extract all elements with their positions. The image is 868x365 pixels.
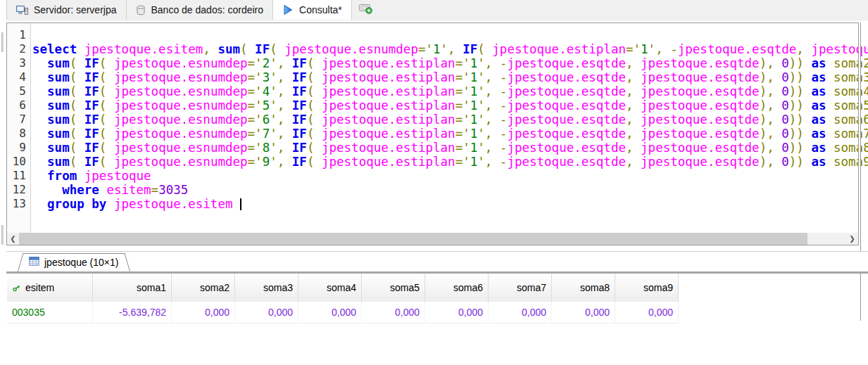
code-line[interactable]: sum( IF( jpestoque.esnumdep='3', IF( jpe… [32, 70, 858, 84]
gutter: 12345678910111213 [7, 23, 31, 233]
code-line[interactable]: where esitem=3035 [32, 183, 858, 197]
new-query-tab-button[interactable] [352, 0, 379, 20]
scroll-right-button[interactable]: ❯ [846, 233, 858, 245]
code-line[interactable]: select jpestoque.esitem, sum( IF( jpesto… [32, 42, 858, 56]
sql-token: ), [760, 84, 782, 98]
column-header-esitem[interactable]: esitem [7, 274, 93, 302]
sql-token: jpestoque.esqtde [507, 84, 626, 98]
code-line[interactable]: sum( IF( jpestoque.esnumdep='6', IF( jpe… [32, 113, 858, 127]
column-header-soma5[interactable]: soma5 [362, 274, 425, 302]
sql-token: jpestoque.esqtde [641, 127, 760, 141]
splitter-grip[interactable] [1, 32, 4, 52]
sql-token: jpestoque.esnumdep [114, 84, 248, 98]
sql-token: IF [292, 70, 307, 84]
code-line[interactable]: sum( IF( jpestoque.esnumdep='5', IF( jpe… [32, 98, 858, 113]
sql-token: ( [307, 98, 322, 113]
code-line[interactable]: sum( IF( jpestoque.esnumdep='9', IF( jpe… [32, 155, 858, 169]
code-line[interactable]: sum( IF( jpestoque.esnumdep='8', IF( jpe… [860, 141, 868, 155]
cell-soma3[interactable]: 0,000 [235, 302, 298, 323]
sql-token: ', - [477, 113, 507, 127]
line-number: 12 [7, 183, 26, 197]
cell-esitem[interactable]: 003035 [7, 302, 93, 323]
code-line[interactable]: group by jpestoque.esitem [860, 197, 868, 211]
column-header-soma4[interactable]: soma4 [298, 274, 362, 302]
column-header-soma7[interactable]: soma7 [489, 274, 552, 302]
code-line[interactable]: sum( IF( jpestoque.esnumdep='8', IF( jpe… [32, 141, 858, 155]
editor-hscrollbar[interactable]: ❮ ❯ [7, 233, 858, 245]
cell-soma1[interactable]: -5.639,782 [93, 302, 172, 323]
code-line[interactable]: sum( IF( jpestoque.esnumdep='3', IF( jpe… [860, 70, 868, 84]
code-area[interactable]: select jpestoque.esitem, sum( IF( jpesto… [31, 23, 858, 233]
grid-row[interactable]: 003035-5.639,7820,0000,0000,0000,0000,00… [7, 302, 679, 324]
code-line[interactable] [860, 28, 868, 42]
scrollbar-thumb[interactable] [19, 233, 807, 245]
sql-token: IF [84, 127, 99, 141]
sql-token: ( [307, 141, 322, 155]
sql-token: jpestoque.esqtde [641, 56, 760, 70]
column-header-soma9[interactable]: soma9 [615, 274, 679, 302]
code-line[interactable]: sum( IF( jpestoque.esnumdep='2', IF( jpe… [32, 56, 858, 70]
code-line[interactable]: sum( IF( jpestoque.esnumdep='5', IF( jpe… [860, 98, 868, 113]
code-line[interactable]: sum( IF( jpestoque.esnumdep='2', IF( jpe… [860, 56, 868, 70]
sql-token: ( [307, 84, 322, 98]
tab-server[interactable]: Servidor: serverjpa [6, 0, 127, 20]
sql-token: = [151, 183, 159, 197]
sql-token: jpestoque.estiplan [322, 70, 455, 84]
sql-token: soma5 [860, 98, 868, 113]
sql-token: 0 [781, 70, 789, 84]
cell-soma6[interactable]: 0,000 [425, 302, 489, 323]
splitter-grip[interactable] [1, 225, 4, 245]
code-line[interactable]: sum( IF( jpestoque.esnumdep='7', IF( jpe… [860, 127, 868, 141]
code-line[interactable]: from jpestoque [860, 169, 868, 183]
tab-label: Consulta* [299, 4, 342, 15]
code-line[interactable]: group by jpestoque.esitem [32, 197, 858, 211]
tab-database[interactable]: Banco de dados: cordeiro [127, 0, 274, 20]
code-line[interactable]: sum( IF( jpestoque.esnumdep='4', IF( jpe… [32, 84, 858, 98]
sql-token: 4 [263, 84, 270, 98]
scrollbar-track[interactable] [807, 233, 846, 245]
sql-token: soma6 [834, 113, 858, 127]
sql-token: , [626, 56, 641, 70]
cell-soma4[interactable]: 0,000 [298, 302, 362, 323]
code-line[interactable]: sum( IF( jpestoque.esnumdep='9', IF( jpe… [860, 155, 868, 169]
sql-token: esitem [106, 183, 151, 197]
code-line[interactable]: from jpestoque [32, 169, 858, 183]
scroll-left-button[interactable]: ❮ [7, 233, 19, 245]
sql-token: , [626, 98, 641, 113]
sql-token: IF [84, 98, 99, 113]
cell-soma5[interactable]: 0,000 [362, 302, 425, 323]
cell-soma7[interactable]: 0,000 [489, 302, 552, 323]
column-header-soma2[interactable]: soma2 [172, 274, 235, 302]
cell-soma2[interactable]: 0,000 [172, 302, 235, 323]
code-line[interactable]: sum( IF( jpestoque.esnumdep='6', IF( jpe… [860, 113, 868, 127]
code-line[interactable]: where esitem=3035 [860, 183, 868, 197]
column-header-soma8[interactable]: soma8 [552, 274, 615, 302]
sql-token: 1 [470, 113, 478, 127]
code-line[interactable]: sum( IF( jpestoque.esnumdep='4', IF( jpe… [860, 84, 868, 98]
code-line[interactable]: sum( IF( jpestoque.esnumdep='7', IF( jpe… [32, 127, 858, 141]
sql-token: , [626, 70, 641, 84]
column-header-soma1[interactable]: soma1 [93, 274, 172, 302]
sql-token: jpestoque.estiplan [322, 127, 455, 141]
sql-token: jpestoque.esnumdep [114, 155, 248, 169]
sql-token: ( [70, 56, 84, 70]
sql-token: ), [760, 98, 782, 113]
column-header-soma3[interactable]: soma3 [235, 274, 298, 302]
sql-token: 1 [470, 84, 478, 98]
cell-soma9[interactable]: 0,000 [615, 302, 679, 323]
code-line[interactable]: select jpestoque.esitem, sum( IF( jpesto… [860, 42, 868, 56]
cell-soma8[interactable]: 0,000 [552, 302, 615, 323]
sql-token: jpestoque.esqtde [507, 155, 626, 169]
sql-token: )) [789, 127, 812, 141]
sql-token: =' [248, 56, 263, 70]
result-tab-jpestoque[interactable]: jpestoque (10×1) [18, 253, 130, 271]
column-header-soma6[interactable]: soma6 [425, 274, 489, 302]
sql-token: ( [240, 42, 255, 56]
sql-token: , [626, 84, 641, 98]
sql-token: IF [84, 56, 99, 70]
sql-editor[interactable]: 12345678910111213 select jpestoque.esite… [6, 23, 859, 245]
line-number: 1 [7, 28, 26, 42]
sql-token: , [626, 113, 641, 127]
code-line[interactable] [32, 28, 858, 42]
tab-query[interactable]: Consulta* [273, 0, 352, 20]
